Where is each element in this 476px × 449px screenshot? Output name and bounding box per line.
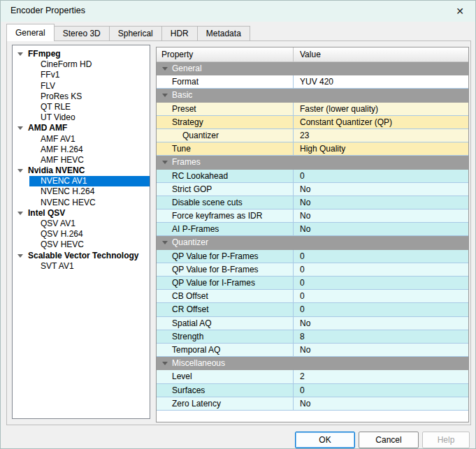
tree-item-label: AMD AMF [28, 123, 67, 133]
property-value[interactable]: 0 [294, 277, 468, 290]
property-row-format: FormatYUV 420 [157, 75, 468, 89]
tab-bar: GeneralStereo 3DSphericalHDRMetadata [6, 24, 250, 41]
property-value[interactable]: High Quality [294, 142, 468, 156]
property-value[interactable]: No [294, 196, 468, 209]
collapse-arrow-icon[interactable] [162, 67, 168, 71]
category-label: Miscellaneous [172, 357, 225, 370]
category-row-general[interactable]: General [157, 62, 468, 75]
tree-item-label: UT Video [41, 112, 75, 122]
tree-item-qsv-h-264[interactable]: QSV H.264 [13, 229, 150, 240]
encoder-tree[interactable]: FFmpegCineForm HDFFv1FLVProRes KSQT RLEU… [12, 45, 150, 419]
property-value[interactable]: 0 [294, 170, 468, 183]
category-label: Quantizer [172, 236, 208, 249]
category-row-quantizer[interactable]: Quantizer [157, 236, 468, 249]
tree-item-prores-ks[interactable]: ProRes KS [13, 91, 150, 102]
close-icon[interactable]: ✕ [450, 3, 470, 20]
column-header-property: Property [157, 47, 294, 61]
tree-category-intel-qsv[interactable]: Intel QSV [13, 208, 150, 219]
property-value[interactable]: No [294, 344, 468, 357]
property-value[interactable]: Constant Quantizer (QP) [294, 116, 468, 129]
tree-item-qsv-hevc[interactable]: QSV HEVC [13, 240, 150, 250]
collapse-arrow-icon[interactable] [17, 212, 23, 215]
tree-item-flv[interactable]: FLV [13, 81, 150, 91]
property-row-cr-offset: CR Offset0 [157, 303, 468, 316]
category-row-miscellaneous[interactable]: Miscellaneous [157, 357, 468, 370]
tree-item-nvenc-av1[interactable]: NVENC AV1 [29, 176, 150, 186]
tree-category-scalable-vector-technology[interactable]: Scalable Vector Technology [13, 251, 150, 261]
property-value[interactable]: No [294, 317, 468, 330]
property-value[interactable]: No [294, 223, 468, 236]
tab-spherical[interactable]: Spherical [109, 26, 162, 41]
property-value[interactable]: 0 [294, 303, 468, 316]
property-value[interactable]: 0 [294, 384, 468, 397]
window-title: Encoder Properties [10, 6, 85, 15]
property-name: Quantizer [157, 129, 294, 142]
tree-item-amf-h-264[interactable]: AMF H.264 [13, 145, 150, 155]
ok-button[interactable]: OK [295, 432, 355, 448]
tree-category-nvidia-nvenc[interactable]: Nvidia NVENC [13, 165, 150, 176]
tree-item-qsv-av1[interactable]: QSV AV1 [13, 219, 150, 229]
property-row-ai-p-frames: AI P-FramesNo [157, 223, 468, 236]
tab-metadata[interactable]: Metadata [197, 26, 250, 41]
property-value[interactable]: 23 [294, 129, 468, 142]
property-value[interactable]: 0 [294, 250, 468, 263]
tree-item-label: Nvidia NVENC [28, 165, 85, 175]
collapse-arrow-icon[interactable] [17, 254, 23, 258]
property-row-zero-latency: Zero LatencyNo [157, 397, 468, 411]
property-row-spatial-aq: Spatial AQNo [157, 317, 468, 330]
property-value[interactable]: 0 [294, 290, 468, 303]
collapse-arrow-icon[interactable] [17, 169, 23, 172]
tree-item-ffv1[interactable]: FFv1 [13, 70, 150, 80]
property-value[interactable]: No [294, 397, 468, 411]
property-value[interactable]: 8 [294, 330, 468, 344]
tree-item-svt-av1[interactable]: SVT AV1 [13, 261, 150, 272]
category-label: Frames [172, 156, 201, 169]
property-value[interactable]: No [294, 183, 468, 196]
tree-item-label: QT RLE [41, 102, 71, 112]
tree-category-amd-amf[interactable]: AMD AMF [13, 123, 150, 133]
tree-item-nvenc-h-264[interactable]: NVENC H.264 [13, 186, 150, 197]
tree-item-amf-av1[interactable]: AMF AV1 [13, 134, 150, 145]
collapse-arrow-icon[interactable] [162, 241, 168, 244]
tree-item-label: NVENC H.264 [41, 186, 94, 196]
property-value[interactable]: 0 [294, 263, 468, 277]
property-name: Level [157, 370, 294, 383]
property-name: Disable scene cuts [157, 196, 294, 209]
category-row-basic[interactable]: Basic [157, 89, 468, 102]
tab-stereo-3d[interactable]: Stereo 3D [54, 26, 110, 41]
tree-item-label: Scalable Vector Technology [28, 251, 139, 260]
tree-item-cineform-hd[interactable]: CineForm HD [13, 59, 150, 70]
tree-item-label: NVENC HEVC [41, 198, 96, 207]
property-name: Preset [157, 103, 294, 116]
column-header-value: Value [294, 47, 468, 61]
property-value[interactable]: Faster (lower quality) [294, 103, 468, 116]
tree-item-label: Intel QSV [28, 208, 65, 218]
property-name: Strength [157, 330, 294, 344]
grid-empty-space [157, 411, 468, 422]
property-value[interactable]: 2 [294, 370, 468, 383]
property-value[interactable]: No [294, 209, 468, 223]
property-value[interactable]: YUV 420 [294, 75, 468, 89]
tab-hdr[interactable]: HDR [161, 26, 198, 41]
collapse-arrow-icon[interactable] [17, 126, 23, 130]
collapse-arrow-icon[interactable] [17, 52, 23, 56]
category-row-frames[interactable]: Frames [157, 156, 468, 169]
collapse-arrow-icon[interactable] [162, 94, 168, 97]
property-name: AI P-Frames [157, 223, 294, 236]
tree-item-label: ProRes KS [41, 91, 82, 101]
tree-category-ffmpeg[interactable]: FFmpeg [13, 49, 150, 59]
tree-item-label: AMF H.264 [41, 145, 83, 154]
property-name: Temporal AQ [157, 344, 294, 357]
collapse-arrow-icon[interactable] [162, 362, 168, 365]
collapse-arrow-icon[interactable] [162, 161, 168, 164]
property-name: QP Value for B-Frames [157, 263, 294, 277]
cancel-button[interactable]: Cancel [359, 432, 419, 448]
tree-item-label: NVENC AV1 [41, 176, 87, 186]
tree-item-nvenc-hevc[interactable]: NVENC HEVC [13, 198, 150, 208]
tab-general[interactable]: General [6, 24, 55, 41]
tree-item-amf-hevc[interactable]: AMF HEVC [13, 155, 150, 165]
tree-item-label: SVT AV1 [41, 261, 74, 271]
tree-item-qt-rle[interactable]: QT RLE [13, 102, 150, 112]
tree-item-label: FLV [41, 81, 55, 91]
tree-item-ut-video[interactable]: UT Video [13, 112, 150, 123]
